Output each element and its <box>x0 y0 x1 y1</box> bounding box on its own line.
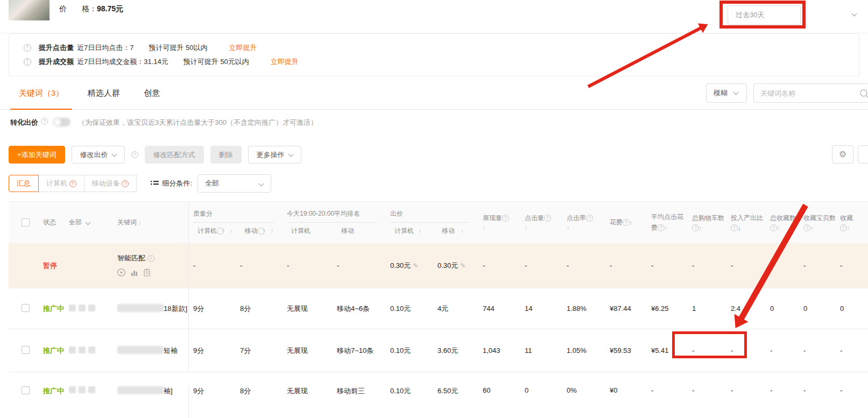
search-icon[interactable] <box>859 89 868 98</box>
header-cart-total[interactable]: 总购物车数? ↑ <box>688 202 726 243</box>
row-checkbox[interactable] <box>22 386 30 394</box>
help-icon[interactable]: ? <box>131 151 138 158</box>
help-icon[interactable]: ? <box>217 228 224 235</box>
cell-keyword[interactable]: 短袖 <box>113 346 188 356</box>
header-rank-mobile: 移动 <box>333 226 386 236</box>
cell-quality-pc: - <box>188 243 236 288</box>
help-icon[interactable]: ? <box>586 215 593 222</box>
header-clicks[interactable]: 点击量?↑ <box>520 202 562 243</box>
tab-audience[interactable]: 精选人群 <box>79 76 129 109</box>
segment-mobile-label: 移动设备 <box>92 179 120 187</box>
row-checkbox[interactable] <box>22 346 30 354</box>
add-keyword-button[interactable]: +添加关键词 <box>9 146 65 164</box>
help-icon[interactable]: ? <box>122 180 129 187</box>
header-quality-pc[interactable]: 计算机? ↑ <box>189 226 236 236</box>
blurred-keyword <box>117 304 164 312</box>
edit-pencil-icon[interactable]: ✎ <box>460 262 465 270</box>
keyword-search-input[interactable] <box>760 84 852 102</box>
help-icon[interactable]: ? <box>658 224 665 231</box>
help-icon[interactable]: ? <box>731 224 738 231</box>
header-bid-mobile[interactable]: 移动 ↑ <box>433 226 478 236</box>
help-icon[interactable]: ? <box>623 219 630 226</box>
subdivide-dropdown[interactable]: 全部 <box>197 174 271 193</box>
boost-now-link[interactable]: 立即提升 <box>271 57 299 67</box>
sort-icon: ↑ <box>630 219 633 226</box>
settings-button[interactable]: ⚙ <box>832 145 853 164</box>
match-mode-dropdown[interactable]: 模糊 <box>706 83 747 103</box>
collapse-button[interactable] <box>858 145 868 164</box>
sort-icon: ↑ <box>138 219 142 226</box>
sort-icon: ↑ <box>567 225 570 231</box>
header-ctr[interactable]: 点击率?↑ <box>562 202 605 243</box>
more-actions-button[interactable]: 更多操作 <box>248 146 301 164</box>
help-icon[interactable]: ? <box>840 224 847 231</box>
header-status-filter[interactable]: 全部 <box>65 202 113 243</box>
help-icon[interactable]: ? <box>692 224 699 231</box>
cell-cart: - <box>688 261 726 270</box>
header-quality-mobile[interactable]: 移动? ↑ <box>236 226 283 236</box>
notice-detail: 近7日日均点击：7 <box>77 43 133 53</box>
play-icon[interactable] <box>117 268 125 277</box>
header-status: 状态 <box>39 202 65 243</box>
header-bid-pc[interactable]: 计算机↑ <box>386 226 433 236</box>
more-actions-label: 更多操作 <box>257 151 285 159</box>
product-image <box>9 0 50 20</box>
segment-mobile[interactable]: 移动设备 ? <box>84 175 137 192</box>
help-icon[interactable]: ? <box>258 228 265 235</box>
cell-rank-pc: 无展现 <box>283 386 333 396</box>
chevron-down-icon <box>86 220 91 225</box>
cell-rank-pc: 无展现 <box>283 346 333 356</box>
sort-icon: ↑ <box>266 228 274 234</box>
tab-keywords[interactable]: 关键词（3） <box>10 76 72 109</box>
boost-now-link[interactable]: 立即提升 <box>229 43 257 53</box>
convert-bid-toggle[interactable] <box>53 118 70 126</box>
row-checkbox[interactable] <box>22 304 30 312</box>
cell-ctr: 0% <box>562 386 605 394</box>
modify-match-button[interactable]: 修改匹配方式 <box>145 146 204 164</box>
table-row: 推广中 袖] 9分 8分 无展现 移动前三 0.10元 6.50元 60 0 0… <box>9 372 868 418</box>
help-icon[interactable]: ? <box>803 224 810 231</box>
chevron-down-icon[interactable] <box>852 11 857 17</box>
sort-icon: ↑ <box>414 228 421 234</box>
help-icon[interactable]: ? <box>147 255 154 262</box>
keyword-text: 短袖 <box>164 346 178 355</box>
select-all-checkbox[interactable] <box>22 218 30 226</box>
cell-quality-mobile: 7分 <box>236 346 283 356</box>
cell-rank-pc: 无展现 <box>283 304 333 314</box>
delete-button[interactable]: 删除 <box>210 146 242 164</box>
cell-bid-pc: 0.10元 <box>386 304 433 314</box>
tab-creative[interactable]: 创意 <box>135 76 168 109</box>
keyword-text: 18新款] <box>164 304 187 313</box>
header-keyword[interactable]: 关键词 ↑ <box>113 202 188 243</box>
cell-cost: ¥87.44 <box>605 304 647 313</box>
header-rank-pc: 计算机 <box>283 226 333 236</box>
sort-icon: ↑ <box>225 228 233 234</box>
help-icon[interactable]: ? <box>544 215 551 222</box>
header-avg-cost[interactable]: 平均点击花费? ↑ <box>647 202 688 243</box>
cell-fav-items: - <box>799 261 836 270</box>
header-cost[interactable]: 花费?↑ <box>605 202 647 243</box>
cell-fav-more: - <box>836 386 868 394</box>
segment-summary[interactable]: 汇总 <box>9 175 39 192</box>
modify-bid-button[interactable]: 修改出价 <box>72 146 125 164</box>
edit-pencil-icon[interactable]: ✎ <box>413 262 418 270</box>
cell-cart: - <box>688 386 726 394</box>
help-icon[interactable]: ? <box>770 224 777 231</box>
header-fav-more[interactable]: 收藏? ↑ <box>836 202 868 243</box>
help-icon[interactable]: ? <box>41 118 48 125</box>
help-icon[interactable]: ? <box>502 215 509 222</box>
cell-bid-mobile: 6.50元 <box>433 386 478 396</box>
help-icon[interactable]: ? <box>69 180 76 187</box>
cell-keyword[interactable]: 袖] <box>113 386 188 396</box>
clipboard-icon[interactable] <box>144 268 150 277</box>
cell-quality-mobile: 8分 <box>236 304 283 314</box>
cell-keyword[interactable]: 18新款] <box>113 304 188 314</box>
bar-chart-icon[interactable] <box>131 269 138 277</box>
cell-rank-mobile: 移动前三 <box>333 386 386 396</box>
header-roi[interactable]: 投入产出比? ↓ <box>726 202 766 243</box>
blurred-icons <box>69 386 95 393</box>
header-impressions[interactable]: 展现量?↑ <box>478 202 520 243</box>
notice-row: ! 提升成交额 近7日日均成交金额：31.14元 预计可提升 50元以内 立即提… <box>24 55 859 69</box>
segment-pc[interactable]: 计算机 ? <box>38 175 84 192</box>
cell-bid-mobile: 4元 <box>433 304 478 314</box>
